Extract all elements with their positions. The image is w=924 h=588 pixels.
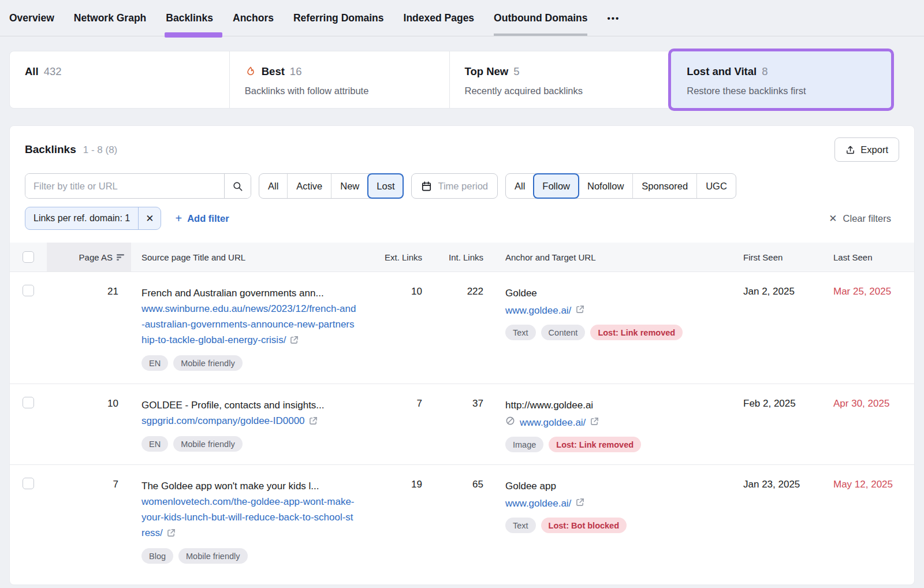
last-seen-value: May 12, 2025 bbox=[818, 465, 914, 576]
more-tabs-ellipsis-icon[interactable]: ••• bbox=[607, 13, 620, 23]
table-row: 7 The Goldee app won't make your kids l.… bbox=[10, 464, 914, 576]
export-label: Export bbox=[860, 144, 888, 155]
external-link-icon[interactable] bbox=[167, 526, 176, 542]
search-button[interactable] bbox=[224, 174, 251, 198]
card-top-new-count: 5 bbox=[513, 65, 519, 78]
export-upload-icon bbox=[845, 145, 855, 155]
follow-sponsored[interactable]: Sponsored bbox=[632, 174, 696, 198]
ext-links-value: 10 bbox=[372, 272, 428, 384]
source-page-url[interactable]: sgpgrid.com/company/goldee-ID0000 bbox=[141, 413, 356, 430]
first-seen-value: Feb 2, 2025 bbox=[728, 384, 818, 464]
tab-referring-domains[interactable]: Referring Domains bbox=[293, 0, 384, 36]
row-checkbox[interactable] bbox=[23, 285, 34, 296]
close-icon: ✕ bbox=[829, 213, 837, 225]
anchor-text: Goldee app bbox=[505, 479, 717, 494]
column-header-source[interactable]: Source page Title and URL bbox=[131, 243, 372, 271]
ext-links-value: 19 bbox=[372, 465, 428, 576]
select-all-checkbox[interactable] bbox=[23, 251, 34, 263]
source-page-title: GOLDEE - Profile, contacts and insights.… bbox=[141, 398, 356, 413]
tab-network-graph[interactable]: Network Graph bbox=[74, 0, 146, 36]
page-as-value: 10 bbox=[47, 384, 131, 464]
backlinks-table: Page AS Source page Title and URL Ext. L… bbox=[10, 243, 914, 576]
external-link-icon[interactable] bbox=[290, 333, 299, 349]
table-row: 21 French and Australian governments ann… bbox=[10, 271, 914, 384]
result-range: 1 - 8 (8) bbox=[83, 144, 118, 156]
status-all[interactable]: All bbox=[259, 174, 287, 198]
card-top-new[interactable]: Top New 5 Recently acquired backlinks bbox=[449, 51, 669, 108]
card-lost-and-vital[interactable]: Lost and Vital 8 Restore these backlinks… bbox=[668, 49, 894, 111]
sort-descending-icon bbox=[117, 254, 125, 261]
target-url[interactable]: www.goldee.ai/ bbox=[505, 415, 717, 430]
mobile-friendly-badge: Mobile friendly bbox=[173, 436, 243, 452]
source-page-url[interactable]: www.swinburne.edu.au/news/2023/12/french… bbox=[141, 301, 356, 349]
column-header-first-seen[interactable]: First Seen bbox=[728, 243, 818, 271]
column-header-last-seen[interactable]: Last Seen bbox=[818, 243, 914, 271]
first-seen-value: Jan 23, 2025 bbox=[728, 465, 818, 576]
follow-all[interactable]: All bbox=[506, 174, 534, 198]
column-header-page-as[interactable]: Page AS bbox=[47, 243, 131, 271]
tab-overview[interactable]: Overview bbox=[9, 0, 54, 36]
time-period-button[interactable]: Time period bbox=[411, 173, 498, 199]
clear-filters-button[interactable]: ✕ Clear filters bbox=[829, 213, 891, 225]
last-seen-value: Apr 30, 2025 bbox=[818, 384, 914, 464]
nofollow-icon bbox=[505, 415, 515, 430]
add-filter-label: Add filter bbox=[187, 213, 229, 224]
plus-icon: + bbox=[175, 212, 182, 225]
external-link-icon[interactable] bbox=[309, 414, 318, 430]
column-header-anchor[interactable]: Anchor and Target URL bbox=[493, 243, 728, 271]
mobile-friendly-badge: Mobile friendly bbox=[173, 355, 243, 371]
page-as-value: 21 bbox=[47, 272, 131, 384]
language-badge: EN bbox=[141, 355, 168, 371]
card-lost-count: 8 bbox=[762, 65, 767, 78]
card-best[interactable]: Best 16 Backlinks with follow attribute bbox=[229, 51, 449, 108]
add-filter-button[interactable]: + Add filter bbox=[175, 212, 229, 225]
card-all[interactable]: All 432 bbox=[10, 51, 229, 108]
target-url[interactable]: www.goldee.ai/ bbox=[505, 303, 717, 318]
ext-links-value: 7 bbox=[372, 384, 428, 464]
language-badge: EN bbox=[141, 436, 168, 452]
lost-reason-badge: Lost: Link removed bbox=[549, 437, 641, 452]
first-seen-value: Jan 2, 2025 bbox=[728, 272, 818, 384]
report-tabs: Overview Network Graph Backlinks Anchors… bbox=[0, 0, 924, 36]
tab-outbound-domains[interactable]: Outbound Domains bbox=[494, 0, 587, 36]
follow-follow[interactable]: Follow bbox=[533, 173, 579, 199]
follow-nofollow[interactable]: Nofollow bbox=[579, 174, 632, 198]
external-link-icon[interactable] bbox=[576, 303, 584, 318]
row-checkbox[interactable] bbox=[23, 397, 34, 408]
title-url-filter bbox=[25, 173, 251, 199]
page-as-value: 7 bbox=[47, 465, 131, 576]
export-button[interactable]: Export bbox=[834, 137, 899, 162]
card-lost-subtitle: Restore these backlinks first bbox=[687, 85, 891, 96]
status-lost[interactable]: Lost bbox=[367, 173, 404, 199]
status-active[interactable]: Active bbox=[287, 174, 331, 198]
mobile-friendly-badge: Mobile friendly bbox=[178, 548, 248, 564]
time-period-label: Time period bbox=[438, 181, 488, 192]
clear-filters-label: Clear filters bbox=[843, 213, 891, 224]
column-header-ext-links[interactable]: Ext. Links bbox=[372, 243, 428, 271]
int-links-value: 222 bbox=[428, 272, 493, 384]
anchor-text: Goldee bbox=[505, 286, 717, 301]
backlink-summary-cards: All 432 Best 16 Backlinks with follow at… bbox=[9, 51, 891, 109]
blog-badge: Blog bbox=[141, 548, 173, 564]
follow-ugc[interactable]: UGC bbox=[696, 174, 736, 198]
last-seen-value: Mar 25, 2025 bbox=[818, 272, 914, 384]
filter-chip-links-per-domain[interactable]: Links per ref. domain: 1 ✕ bbox=[25, 207, 161, 230]
column-header-int-links[interactable]: Int. Links bbox=[428, 243, 493, 271]
status-new[interactable]: New bbox=[331, 174, 368, 198]
link-type-badge: Text bbox=[505, 325, 536, 340]
tab-anchors[interactable]: Anchors bbox=[233, 0, 274, 36]
search-input[interactable] bbox=[25, 174, 224, 198]
tab-indexed-pages[interactable]: Indexed Pages bbox=[404, 0, 475, 36]
backlinks-panel: Backlinks 1 - 8 (8) Export All Active Ne… bbox=[9, 125, 915, 585]
external-link-icon[interactable] bbox=[576, 496, 584, 511]
source-page-url[interactable]: womenlovetech.com/the-goldee-app-wont-ma… bbox=[141, 494, 356, 542]
filter-chip-label: Links per ref. domain: 1 bbox=[25, 207, 138, 229]
tab-backlinks[interactable]: Backlinks bbox=[166, 0, 213, 36]
target-url[interactable]: www.goldee.ai/ bbox=[505, 496, 717, 511]
int-links-value: 65 bbox=[428, 465, 493, 576]
external-link-icon[interactable] bbox=[590, 415, 599, 430]
source-page-title: The Goldee app won't make your kids l... bbox=[141, 479, 356, 494]
card-best-title: Best bbox=[262, 65, 285, 78]
row-checkbox[interactable] bbox=[23, 478, 34, 489]
remove-filter-icon[interactable]: ✕ bbox=[138, 207, 161, 229]
